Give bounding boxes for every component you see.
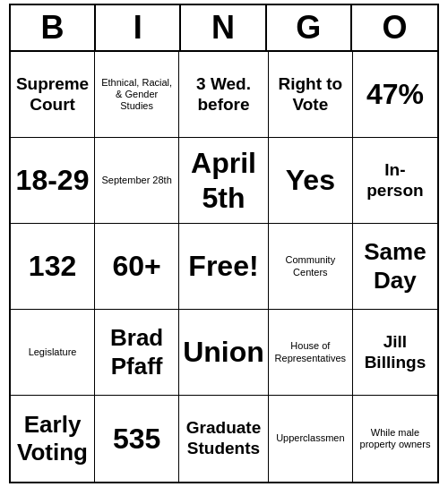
header-letter: O: [352, 5, 437, 50]
bingo-cell-12: Free!: [179, 224, 269, 310]
header-letter: N: [181, 5, 266, 50]
bingo-cell-17: Union: [179, 310, 269, 396]
bingo-cell-11: 60+: [95, 224, 179, 310]
bingo-cell-3: Right to Vote: [269, 52, 353, 138]
bingo-cell-22: Graduate Students: [179, 396, 269, 482]
bingo-cell-5: 18-29: [11, 138, 95, 224]
bingo-cell-0: Supreme Court: [11, 52, 95, 138]
bingo-cell-2: 3 Wed. before: [179, 52, 269, 138]
bingo-cell-9: In-person: [353, 138, 437, 224]
bingo-card: BINGO Supreme CourtEthnical, Racial, & G…: [9, 4, 439, 483]
header-letter: G: [267, 5, 352, 50]
bingo-cell-6: September 28th: [95, 138, 179, 224]
bingo-cell-19: Jill Billings: [353, 310, 437, 396]
bingo-cell-24: While male property owners: [353, 396, 437, 482]
bingo-cell-18: House of Representatives: [269, 310, 353, 396]
bingo-cell-14: Same Day: [353, 224, 437, 310]
bingo-grid: Supreme CourtEthnical, Racial, & Gender …: [11, 52, 437, 482]
bingo-cell-13: Community Centers: [269, 224, 353, 310]
bingo-cell-7: April 5th: [179, 138, 269, 224]
bingo-cell-1: Ethnical, Racial, & Gender Studies: [95, 52, 179, 138]
header-letter: B: [11, 5, 96, 50]
bingo-cell-23: Upperclassmen: [269, 396, 353, 482]
bingo-cell-4: 47%: [353, 52, 437, 138]
bingo-cell-15: Legislature: [11, 310, 95, 396]
bingo-cell-8: Yes: [269, 138, 353, 224]
bingo-cell-10: 132: [11, 224, 95, 310]
bingo-cell-16: Brad Pfaff: [95, 310, 179, 396]
header-letter: I: [96, 5, 181, 50]
bingo-cell-21: 535: [95, 396, 179, 482]
bingo-header: BINGO: [11, 5, 437, 52]
bingo-cell-20: Early Voting: [11, 396, 95, 482]
